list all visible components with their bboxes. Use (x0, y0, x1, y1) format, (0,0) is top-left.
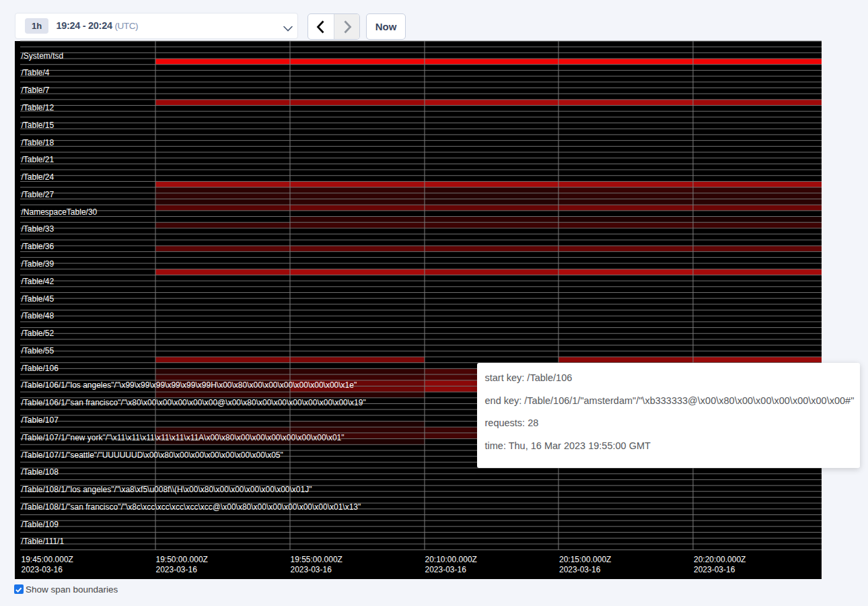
svg-text:/Table/4: /Table/4 (22, 68, 50, 77)
svg-text:19:55:00.000Z: 19:55:00.000Z (291, 555, 342, 564)
svg-text:20:15:00.000Z: 20:15:00.000Z (559, 555, 611, 564)
svg-text:/Table/33: /Table/33 (22, 224, 55, 234)
svg-text:/Table/39: /Table/39 (22, 259, 55, 269)
svg-text:/NamespaceTable/30: /NamespaceTable/30 (22, 207, 98, 217)
svg-text:/Table/108/1/"san francisco"/": /Table/108/1/"san francisco"/"\x8c\xcc\x… (22, 502, 361, 512)
svg-text:2023-03-16: 2023-03-16 (291, 565, 332, 574)
svg-text:20:10:00.000Z: 20:10:00.000Z (425, 555, 477, 564)
svg-text:/Table/42: /Table/42 (22, 277, 55, 286)
svg-text:/Table/106/1/"los angeles"/"\x: /Table/106/1/"los angeles"/"\x99\x99\x99… (22, 380, 357, 390)
svg-text:/Table/36: /Table/36 (22, 242, 55, 251)
svg-text:/Table/108: /Table/108 (22, 467, 59, 477)
svg-text:/Table/108/1/"los angeles"/"\x: /Table/108/1/"los angeles"/"\xa8\xf5\u00… (22, 485, 312, 494)
svg-text:2023-03-16: 2023-03-16 (22, 565, 63, 574)
svg-text:/Table/27: /Table/27 (22, 190, 55, 199)
svg-text:/Table/55: /Table/55 (22, 346, 55, 356)
svg-text:2023-03-16: 2023-03-16 (559, 565, 601, 574)
svg-text:/Table/21: /Table/21 (22, 155, 55, 164)
svg-text:/Table/15: /Table/15 (22, 121, 55, 130)
svg-text:/Table/48: /Table/48 (22, 311, 55, 321)
svg-text:/Table/111/1: /Table/111/1 (22, 537, 65, 546)
svg-text:19:45:00.000Z: 19:45:00.000Z (22, 555, 73, 564)
svg-text:/Table/7: /Table/7 (22, 86, 50, 95)
svg-text:/Table/106: /Table/106 (22, 364, 59, 373)
svg-text:/Table/107/1/"new york"/"\x11\: /Table/107/1/"new york"/"\x11\x11\x11\x1… (22, 433, 345, 442)
svg-text:/Table/109: /Table/109 (22, 520, 59, 529)
svg-text:/Table/45: /Table/45 (22, 294, 55, 304)
svg-text:/Table/52: /Table/52 (22, 329, 55, 338)
svg-text:/Table/107/1/"seattle"/"UUUUUU: /Table/107/1/"seattle"/"UUUUUUD\x00\x80\… (22, 450, 283, 460)
svg-text:19:50:00.000Z: 19:50:00.000Z (156, 555, 208, 564)
svg-text:/System/tsd: /System/tsd (22, 51, 64, 61)
svg-text:20:20:00.000Z: 20:20:00.000Z (694, 555, 746, 564)
svg-text:/Table/18: /Table/18 (22, 138, 55, 147)
svg-text:2023-03-16: 2023-03-16 (425, 565, 467, 574)
svg-text:/Table/12: /Table/12 (22, 103, 55, 112)
svg-text:2023-03-16: 2023-03-16 (156, 565, 198, 574)
svg-text:/Table/24: /Table/24 (22, 172, 55, 182)
svg-text:/Table/107: /Table/107 (22, 415, 59, 425)
svg-text:2023-03-16: 2023-03-16 (694, 565, 735, 574)
svg-text:/Table/106/1/"san francisco"/": /Table/106/1/"san francisco"/"\x80\x00\x… (22, 398, 366, 407)
